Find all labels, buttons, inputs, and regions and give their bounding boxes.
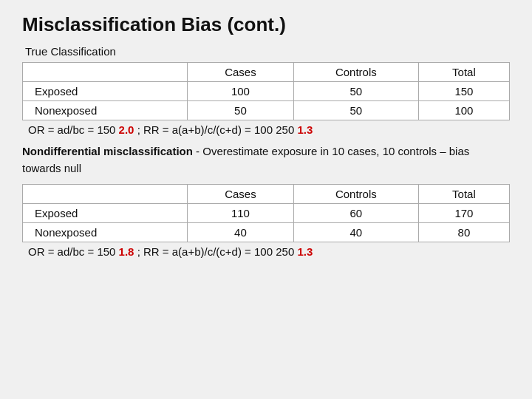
row1-label: Exposed bbox=[23, 82, 188, 101]
col-total-1: Total bbox=[418, 63, 509, 82]
or-num3: 250 bbox=[276, 123, 294, 136]
or-value2-2: 1.3 bbox=[297, 245, 313, 258]
or-value2-1: 1.3 bbox=[297, 123, 313, 136]
row3-total: 170 bbox=[418, 204, 509, 223]
row1-controls: 50 bbox=[293, 82, 418, 101]
or-num3-2: 250 bbox=[276, 245, 294, 258]
or-line-2: OR = ad/bc = 150 1.8 ; RR = a(a+b)/c/(c+… bbox=[22, 245, 510, 258]
table-row: Exposed 100 50 150 bbox=[23, 82, 510, 101]
or-num1: 150 bbox=[97, 123, 115, 136]
col-controls-1: Controls bbox=[293, 63, 418, 82]
or-prefix-2: OR = ad/bc = bbox=[28, 245, 94, 258]
or-sep-1: ; RR = a(a+b)/c/(c+d) = bbox=[137, 123, 251, 136]
or-num1-2: 150 bbox=[97, 245, 115, 258]
table-row: Exposed 110 60 170 bbox=[23, 204, 510, 223]
table-row: Nonexposed 40 40 80 bbox=[23, 223, 510, 242]
table1: Cases Controls Total Exposed 100 50 150 … bbox=[22, 62, 510, 120]
or-num2: 100 bbox=[254, 123, 273, 136]
col-cases-1: Cases bbox=[188, 63, 294, 82]
nondiff-text: Nondifferential misclassification - Over… bbox=[22, 143, 510, 177]
col-total-2: Total bbox=[418, 185, 509, 204]
table2: Cases Controls Total Exposed 110 60 170 … bbox=[22, 184, 510, 242]
row3-cases: 110 bbox=[188, 204, 294, 223]
row3-controls: 60 bbox=[293, 204, 418, 223]
col-controls-2: Controls bbox=[293, 185, 418, 204]
row2-label: Nonexposed bbox=[23, 101, 188, 120]
or-value-1: 2.0 bbox=[119, 123, 134, 136]
row1-total: 150 bbox=[418, 82, 509, 101]
nondiff-bold: Nondifferential misclassification bbox=[22, 145, 193, 157]
row4-total: 80 bbox=[418, 223, 509, 242]
section1-label: True Classification bbox=[25, 45, 510, 58]
row4-label: Nonexposed bbox=[23, 223, 188, 242]
col-empty-2 bbox=[23, 185, 188, 204]
or-prefix-1: OR = ad/bc = bbox=[28, 123, 94, 136]
row2-controls: 50 bbox=[293, 101, 418, 120]
col-empty bbox=[23, 63, 188, 82]
table-row: Nonexposed 50 50 100 bbox=[23, 101, 510, 120]
page: Misclassification Bias (cont.) True Clas… bbox=[0, 0, 532, 399]
row4-controls: 40 bbox=[293, 223, 418, 242]
row2-total: 100 bbox=[418, 101, 509, 120]
page-title: Misclassification Bias (cont.) bbox=[22, 13, 510, 36]
or-sep-2: ; RR = a(a+b)/c/(c+d) = bbox=[137, 245, 251, 258]
row4-cases: 40 bbox=[188, 223, 294, 242]
or-line-1: OR = ad/bc = 150 2.0 ; RR = a(a+b)/c/(c+… bbox=[22, 123, 510, 136]
row1-cases: 100 bbox=[188, 82, 294, 101]
or-value-2: 1.8 bbox=[119, 245, 134, 258]
col-cases-2: Cases bbox=[188, 185, 294, 204]
row2-cases: 50 bbox=[188, 101, 294, 120]
row3-label: Exposed bbox=[23, 204, 188, 223]
or-num2-2: 100 bbox=[254, 245, 273, 258]
